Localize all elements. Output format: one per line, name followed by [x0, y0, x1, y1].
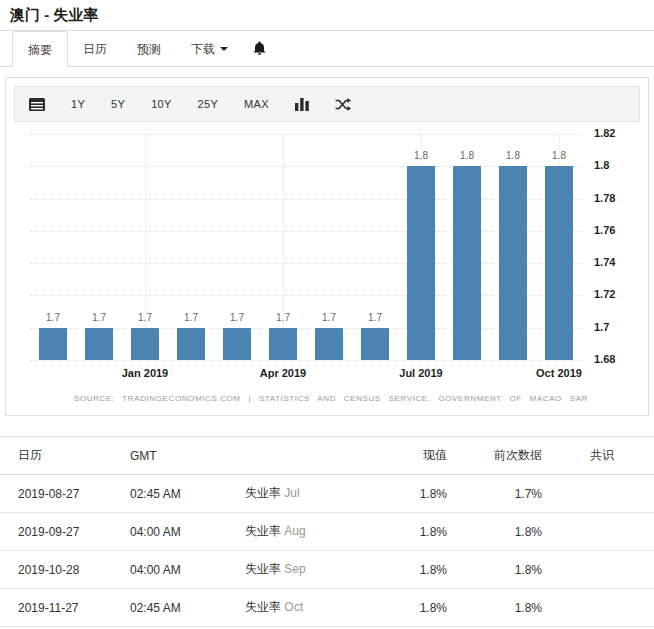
calendar-range-button[interactable] [29, 97, 45, 111]
chart-type-button[interactable] [295, 98, 309, 111]
event-link[interactable]: 失业率 [245, 524, 281, 538]
chart-bar [39, 328, 67, 360]
y-axis-tick-label: 1.76 [594, 224, 615, 236]
chart-bar [453, 166, 481, 360]
event-period-label: Sep [281, 562, 306, 576]
chart-bar [361, 328, 389, 360]
range-button-25y[interactable]: 25Y [198, 98, 218, 110]
consensus-value-cell [560, 589, 654, 627]
y-axis-tick-label: 1.68 [594, 353, 615, 365]
x-gridline [145, 134, 146, 360]
bell-icon [253, 41, 266, 56]
event-period-label: Jul [281, 486, 300, 500]
range-button-max[interactable]: MAX [244, 98, 269, 110]
chart-source-attribution: SOURCE: TRADINGECONOMICS.COM | STATISTIC… [6, 382, 648, 415]
calendar-date-cell: 2019-11-27 [0, 589, 130, 627]
tab-summary[interactable]: 摘要 [12, 31, 68, 67]
bar-value-label: 1.7 [214, 312, 260, 323]
consensus-value-cell [560, 475, 654, 513]
range-button-group: 1Y5Y10Y25YMAX [71, 98, 295, 110]
x-axis-tick-label: Jul 2019 [381, 367, 461, 379]
header-consensus: 共识 [560, 437, 654, 475]
y-gridline [30, 360, 582, 361]
y-axis-tick-label: 1.7 [594, 321, 609, 333]
calendar-table: 日历 GMT 现值 前次数据 共识 2019-08-2702:45 AM失业率 … [0, 436, 654, 629]
bar-value-label: 1.7 [122, 312, 168, 323]
tab-calendar[interactable]: 日历 [68, 31, 122, 66]
event-link[interactable]: 失业率 [245, 486, 281, 500]
y-axis-tick-label: 1.8 [594, 159, 609, 171]
calendar-icon [29, 97, 45, 111]
x-axis-tick-label: Oct 2019 [519, 367, 599, 379]
chart-bar [85, 328, 113, 360]
previous-value-cell: 1.8% [465, 589, 560, 627]
tab-summary-label: 摘要 [28, 43, 52, 57]
bar-value-label: 1.7 [260, 312, 306, 323]
previous-value-cell: 1.8% [465, 513, 560, 551]
gmt-time-cell: 02:45 AM [130, 589, 245, 627]
event-period-label: Aug [281, 524, 306, 538]
range-button-10y[interactable]: 10Y [151, 98, 171, 110]
bar-value-label: 1.7 [76, 312, 122, 323]
header-event [245, 437, 395, 475]
actual-value-cell: 1.8% [395, 551, 465, 589]
bar-value-label: 1.8 [398, 150, 444, 161]
event-period-label: Oct [281, 600, 303, 614]
header-actual: 现值 [395, 437, 465, 475]
bar-chart-icon [295, 98, 309, 111]
bar-value-label: 1.8 [536, 150, 582, 161]
chart-bar [177, 328, 205, 360]
bar-value-label: 1.7 [352, 312, 398, 323]
x-axis-tick-label: Apr 2019 [243, 367, 323, 379]
bar-value-label: 1.7 [168, 312, 214, 323]
actual-value-cell: 1.8% [395, 589, 465, 627]
tab-forecast[interactable]: 预测 [122, 31, 176, 66]
chart-bar [499, 166, 527, 360]
gmt-time-cell: 04:00 AM [130, 551, 245, 589]
calendar-date-cell: 2019-10-28 [0, 551, 130, 589]
chart-bar [545, 166, 573, 360]
table-row: 2019-11-2702:45 AM失业率 Oct1.8%1.8% [0, 589, 654, 627]
chart-bar [223, 328, 251, 360]
tab-calendar-label: 日历 [83, 42, 107, 56]
y-axis-tick-label: 1.72 [594, 288, 615, 300]
bar-value-label: 1.7 [30, 312, 76, 323]
tab-download[interactable]: 下载 [176, 31, 243, 66]
event-link[interactable]: 失业率 [245, 600, 281, 614]
page-title: 澳门 - 失业率 [10, 6, 98, 25]
chart-bar [315, 328, 343, 360]
bar-value-label: 1.8 [444, 150, 490, 161]
header-gmt: GMT [130, 437, 245, 475]
tab-forecast-label: 预测 [137, 42, 161, 56]
actual-value-cell: 1.8% [395, 513, 465, 551]
unemployment-rate-bar-chart: 1.821.81.781.761.741.721.71.68Jan 2019Ap… [14, 128, 640, 382]
compare-button[interactable] [335, 98, 351, 111]
table-header-row: 日历 GMT 现值 前次数据 共识 [0, 437, 654, 475]
tab-bar: 摘要 日历 预测 下载 [0, 31, 654, 67]
chart-bar [269, 328, 297, 360]
y-axis-tick-label: 1.82 [594, 127, 615, 139]
calendar-date-cell: 2019-08-27 [0, 475, 130, 513]
event-cell: 失业率 Oct [245, 589, 395, 627]
gmt-time-cell: 02:45 AM [130, 475, 245, 513]
header-previous: 前次数据 [465, 437, 560, 475]
bar-value-label: 1.7 [306, 312, 352, 323]
notification-bell-button[interactable] [247, 31, 272, 66]
gmt-time-cell: 04:00 AM [130, 513, 245, 551]
event-cell: 失业率 Aug [245, 513, 395, 551]
y-axis-tick-label: 1.78 [594, 192, 615, 204]
event-link[interactable]: 失业率 [245, 562, 281, 576]
chart-toolbar: 1Y5Y10Y25YMAX [14, 86, 640, 122]
previous-value-cell: 1.8% [465, 551, 560, 589]
table-row: 2019-09-2704:00 AM失业率 Aug1.8%1.8% [0, 513, 654, 551]
table-row: 2019-08-2702:45 AM失业率 Jul1.8%1.7% [0, 475, 654, 513]
range-button-5y[interactable]: 5Y [111, 98, 125, 110]
event-cell: 失业率 Sep [245, 551, 395, 589]
range-button-1y[interactable]: 1Y [71, 98, 85, 110]
tab-download-label: 下载 [191, 42, 215, 56]
compare-shuffle-icon [335, 98, 351, 111]
page-header: 澳门 - 失业率 [0, 0, 654, 31]
header-calendar: 日历 [0, 437, 130, 475]
calendar-date-cell: 2019-09-27 [0, 513, 130, 551]
consensus-value-cell [560, 551, 654, 589]
